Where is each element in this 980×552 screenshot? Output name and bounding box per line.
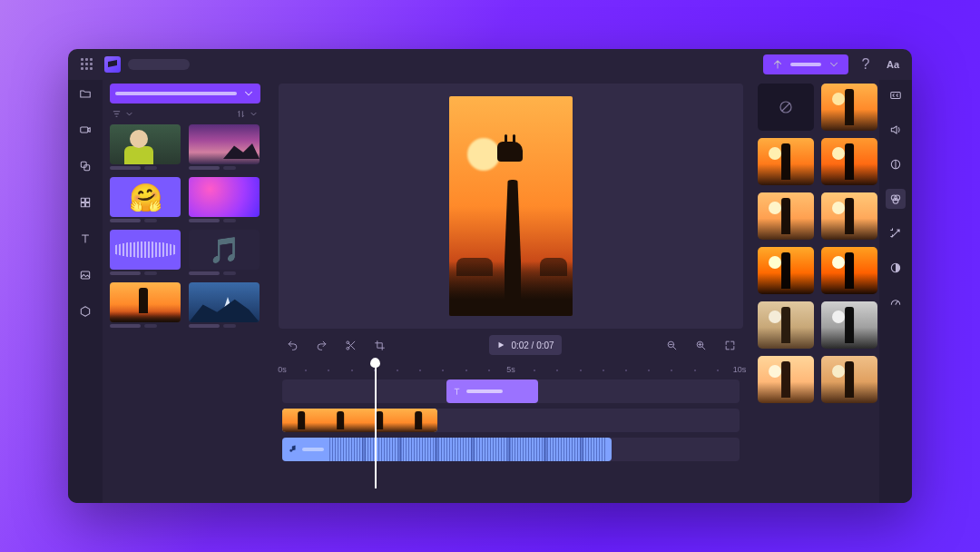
filter-soft[interactable] <box>758 192 814 240</box>
svg-point-16 <box>895 195 900 201</box>
svg-rect-4 <box>86 198 90 202</box>
play-button[interactable]: 0:02 / 0:07 <box>489 335 561 355</box>
svg-point-17 <box>893 198 898 203</box>
media-tab[interactable] <box>75 84 95 104</box>
media-waveform[interactable] <box>110 230 181 275</box>
import-button[interactable] <box>110 84 260 104</box>
svg-rect-6 <box>86 203 90 207</box>
zoom-out-button[interactable] <box>662 335 681 355</box>
media-filter-button[interactable] <box>112 109 134 119</box>
filter-original[interactable] <box>821 84 877 131</box>
export-button[interactable] <box>763 54 848 74</box>
crop-button[interactable] <box>369 335 389 355</box>
ruler-mark: 10s <box>733 365 747 374</box>
app-window: ? Aa <box>68 49 912 503</box>
filter-vivid2[interactable] <box>821 247 877 294</box>
templates-tab[interactable] <box>75 192 95 212</box>
filter-vivid[interactable] <box>758 247 814 294</box>
media-emoji[interactable]: 🤗 <box>110 177 181 222</box>
brand-tab[interactable] <box>75 301 95 321</box>
media-sort-button[interactable] <box>236 109 259 119</box>
media-dusk[interactable] <box>189 124 260 170</box>
color-prop[interactable] <box>886 154 906 174</box>
speed-prop[interactable] <box>886 292 906 312</box>
timeline-toolbar: 0:02 / 0:07 <box>279 329 743 361</box>
text-clip[interactable] <box>446 380 538 403</box>
right-panels <box>750 80 912 503</box>
filter-bokeh[interactable] <box>821 192 877 240</box>
ruler-mark: 0s <box>278 365 287 374</box>
track-audio[interactable] <box>282 438 740 461</box>
filters-panel <box>750 80 879 503</box>
center-column: 0:02 / 0:07 0s5s10s <box>268 80 750 503</box>
filter-warm[interactable] <box>758 138 814 185</box>
timeline-tracks <box>282 380 740 461</box>
preview-canvas[interactable] <box>279 84 743 329</box>
svg-rect-3 <box>81 198 84 202</box>
filter-sepia[interactable] <box>758 301 814 349</box>
svg-rect-0 <box>81 127 88 133</box>
media-panel: 🤗🎵 <box>103 80 268 503</box>
filters-prop[interactable] <box>886 189 906 209</box>
text-tab[interactable] <box>75 229 95 249</box>
filter-bloom[interactable] <box>758 356 814 403</box>
filter-warm2[interactable] <box>821 138 877 185</box>
filters-icon <box>888 192 903 206</box>
filter-none[interactable] <box>758 84 814 131</box>
chevron-down-icon <box>827 57 841 72</box>
media-sunset[interactable] <box>110 282 181 328</box>
wand-icon <box>888 226 903 241</box>
track-text[interactable] <box>282 380 740 403</box>
overlays-tab[interactable] <box>75 156 95 176</box>
split-button[interactable] <box>340 335 360 355</box>
chevron-down-icon <box>242 87 255 100</box>
timeline[interactable]: 0s5s10s <box>279 361 743 496</box>
filter-fade[interactable] <box>821 356 877 403</box>
layers-icon <box>78 159 93 173</box>
cc-icon <box>888 88 903 103</box>
media-music[interactable]: 🎵 <box>189 230 260 275</box>
topbar: ? Aa <box>68 49 912 80</box>
track-video[interactable] <box>282 409 740 432</box>
effects-prop[interactable] <box>886 223 906 243</box>
svg-rect-1 <box>81 162 86 167</box>
app-grip-icon[interactable] <box>77 54 97 74</box>
svg-rect-5 <box>81 203 84 207</box>
typography-button[interactable]: Aa <box>883 54 903 74</box>
contrast-icon <box>888 157 903 172</box>
filter-mono[interactable] <box>821 301 877 349</box>
upload-icon <box>770 57 785 72</box>
media-geometric[interactable] <box>189 177 260 222</box>
video-clip[interactable] <box>282 409 437 432</box>
video-preview <box>449 96 573 316</box>
svg-rect-13 <box>891 93 901 99</box>
help-button[interactable]: ? <box>856 54 876 74</box>
audio-clip[interactable] <box>282 438 612 461</box>
record-tab[interactable] <box>75 120 95 140</box>
media-mountain[interactable] <box>189 282 260 328</box>
fit-button[interactable] <box>720 335 740 355</box>
adjust-prop[interactable] <box>886 258 906 278</box>
playback-time: 0:02 / 0:07 <box>511 340 554 350</box>
hex-icon <box>78 304 93 319</box>
svg-rect-7 <box>81 271 89 279</box>
main-area: 🤗🎵 <box>68 80 912 503</box>
svg-rect-2 <box>84 165 90 171</box>
left-tool-rail <box>68 80 103 503</box>
text-icon <box>78 232 93 246</box>
timeline-ruler: 0s5s10s <box>282 365 740 380</box>
transitions-tab[interactable] <box>75 265 95 285</box>
audio-prop[interactable] <box>886 120 906 140</box>
app-logo-icon <box>104 56 121 73</box>
captions-prop[interactable] <box>886 85 906 105</box>
undo-button[interactable] <box>282 335 302 355</box>
folder-icon <box>78 86 93 101</box>
half-icon <box>888 261 903 275</box>
zoom-in-button[interactable] <box>691 335 710 355</box>
project-title[interactable] <box>128 59 190 70</box>
property-rail <box>879 80 912 503</box>
redo-button[interactable] <box>311 335 331 355</box>
grid-icon <box>78 195 93 210</box>
camera-icon <box>78 123 93 137</box>
media-person[interactable] <box>110 124 181 170</box>
